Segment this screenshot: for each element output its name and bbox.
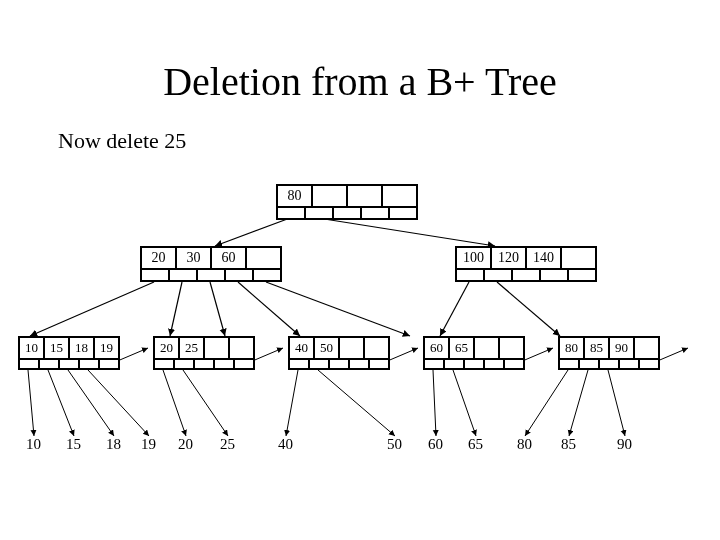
data-value: 90: [617, 436, 632, 453]
svg-line-20: [569, 370, 588, 436]
ptr-cell: [253, 269, 281, 281]
ptr-cell: [599, 359, 619, 369]
ptr-cell: [39, 359, 59, 369]
page-title: Deletion from a B+ Tree: [0, 58, 720, 105]
ptr-cell: [79, 359, 99, 369]
key-cell: [561, 247, 596, 269]
instruction-text: Now delete 25: [58, 128, 186, 154]
key-cell: 80: [277, 185, 312, 207]
key-cell: 10: [19, 337, 44, 359]
data-value: 50: [387, 436, 402, 453]
data-value: 25: [220, 436, 235, 453]
key-cell: 85: [584, 337, 609, 359]
ptr-cell: [141, 269, 169, 281]
key-cell: [229, 337, 254, 359]
ptr-cell: [99, 359, 119, 369]
ptr-cell: [214, 359, 234, 369]
data-value: 80: [517, 436, 532, 453]
key-cell: [364, 337, 389, 359]
leaf-node-3: 40 50: [288, 336, 390, 370]
ptr-cell: [225, 269, 253, 281]
key-cell: 90: [609, 337, 634, 359]
svg-line-18: [453, 370, 476, 436]
ptr-cell: [456, 269, 484, 281]
svg-line-2: [30, 282, 154, 336]
svg-line-16: [318, 370, 395, 436]
right-internal-node: 100 120 140: [455, 246, 597, 282]
svg-line-1: [318, 218, 495, 246]
key-cell: [499, 337, 524, 359]
svg-line-11: [68, 370, 114, 436]
data-value: 65: [468, 436, 483, 453]
ptr-cell: [349, 359, 369, 369]
key-cell: 15: [44, 337, 69, 359]
svg-line-7: [440, 282, 469, 336]
ptr-cell: [154, 359, 174, 369]
ptr-cell: [464, 359, 484, 369]
ptr-cell: [484, 359, 504, 369]
svg-line-8: [497, 282, 560, 336]
leaf-node-4: 60 65: [423, 336, 525, 370]
ptr-cell: [504, 359, 524, 369]
svg-line-4: [210, 282, 225, 336]
svg-line-12: [88, 370, 149, 436]
key-cell: 65: [449, 337, 474, 359]
key-cell: 140: [526, 247, 561, 269]
key-cell: 30: [176, 247, 211, 269]
data-value: 18: [106, 436, 121, 453]
data-value: 15: [66, 436, 81, 453]
svg-line-10: [48, 370, 74, 436]
svg-line-21: [608, 370, 625, 436]
ptr-cell: [333, 207, 361, 219]
data-value: 19: [141, 436, 156, 453]
key-cell: 60: [211, 247, 246, 269]
key-cell: 60: [424, 337, 449, 359]
svg-line-14: [183, 370, 228, 436]
ptr-cell: [169, 269, 197, 281]
key-cell: 120: [491, 247, 526, 269]
key-cell: 100: [456, 247, 491, 269]
left-internal-node: 20 30 60: [140, 246, 282, 282]
ptr-cell: [277, 207, 305, 219]
ptr-cell: [305, 207, 333, 219]
key-cell: 20: [141, 247, 176, 269]
ptr-cell: [19, 359, 39, 369]
key-cell: [347, 185, 382, 207]
key-cell: 50: [314, 337, 339, 359]
svg-line-9: [28, 370, 34, 436]
svg-line-19: [525, 370, 568, 436]
key-cell: 18: [69, 337, 94, 359]
data-value: 10: [26, 436, 41, 453]
svg-line-0: [215, 218, 290, 246]
ptr-cell: [484, 269, 512, 281]
ptr-cell: [369, 359, 389, 369]
leaf-node-1: 10 15 18 19: [18, 336, 120, 370]
data-value: 85: [561, 436, 576, 453]
key-cell: [312, 185, 347, 207]
ptr-cell: [444, 359, 464, 369]
ptr-cell: [579, 359, 599, 369]
ptr-cell: [194, 359, 214, 369]
ptr-cell: [289, 359, 309, 369]
svg-line-17: [433, 370, 436, 436]
ptr-cell: [619, 359, 639, 369]
svg-line-3: [170, 282, 182, 336]
svg-line-6: [266, 282, 410, 336]
key-cell: 19: [94, 337, 119, 359]
ptr-cell: [174, 359, 194, 369]
svg-line-15: [286, 370, 298, 436]
key-cell: [634, 337, 659, 359]
ptr-cell: [512, 269, 540, 281]
key-cell: [246, 247, 281, 269]
ptr-cell: [329, 359, 349, 369]
ptr-cell: [59, 359, 79, 369]
ptr-cell: [361, 207, 389, 219]
key-cell: 20: [154, 337, 179, 359]
root-node: 80: [276, 184, 418, 220]
key-cell: [339, 337, 364, 359]
ptr-cell: [568, 269, 596, 281]
key-cell: [474, 337, 499, 359]
key-cell: 25: [179, 337, 204, 359]
ptr-cell: [559, 359, 579, 369]
data-value: 20: [178, 436, 193, 453]
